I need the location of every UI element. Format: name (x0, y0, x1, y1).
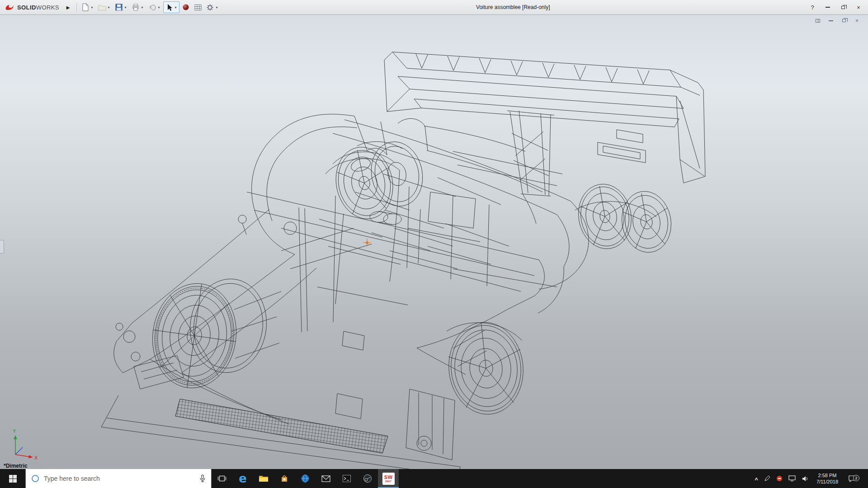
wireframe-car-model[interactable] (0, 15, 868, 469)
triad-x-label: X (34, 455, 38, 460)
dropdown-caret[interactable]: ▾ (123, 5, 128, 9)
close-button[interactable]: × (855, 4, 862, 10)
edge-icon: e (239, 473, 247, 484)
doc-minimize-icon (829, 20, 833, 21)
design-table-button[interactable] (192, 1, 204, 13)
system-tray: ^ 2:58 PM 7/11/2018 (755, 469, 868, 488)
save-button[interactable]: ▾ (113, 1, 129, 13)
notification-badge: 2 (853, 475, 859, 481)
restore-button[interactable] (840, 4, 846, 10)
doc-close-button[interactable]: × (854, 18, 860, 23)
solidworks-taskbar-button[interactable]: SW 2017 (378, 469, 399, 488)
toolbar-divider (76, 3, 77, 12)
windows-logo-icon (9, 475, 17, 483)
appearances-button[interactable] (180, 1, 192, 13)
solidworks-logo[interactable]: SOLIDWORKS (0, 4, 63, 11)
task-view-icon (217, 475, 226, 482)
sw-label: SW (384, 475, 393, 480)
options-button[interactable]: ▾ (204, 1, 221, 13)
titlebar: SOLIDWORKS ▶ ▾ ▾ ▾ (0, 0, 868, 15)
options-gear-icon (206, 3, 215, 12)
select-arrow-icon (165, 3, 174, 12)
windows-taskbar: e (0, 469, 868, 488)
circle-app-button[interactable] (357, 469, 378, 488)
sw-year: 2017 (385, 480, 391, 483)
triad-y-label: Y (13, 428, 16, 434)
dropdown-caret[interactable]: ▾ (174, 5, 178, 9)
store-button[interactable] (274, 469, 295, 488)
split-pane-icon (816, 19, 820, 23)
split-pane-button[interactable] (815, 18, 821, 23)
help-button[interactable]: ? (809, 4, 816, 10)
orientation-triad[interactable]: Y X (9, 427, 42, 462)
window-controls: ? × (806, 4, 868, 10)
solidworks-logo-icon (5, 4, 15, 11)
minimize-button[interactable] (825, 4, 831, 10)
pen-icon[interactable] (764, 475, 770, 482)
brand-bold: SOLID (17, 4, 36, 11)
doc-minimize-button[interactable] (828, 18, 834, 23)
doc-restore-button[interactable] (841, 18, 847, 23)
select-button[interactable]: ▾ (163, 1, 179, 13)
print-icon (131, 3, 140, 12)
browser-globe-button[interactable] (295, 469, 316, 488)
undo-icon (148, 3, 157, 12)
display-icon[interactable] (788, 475, 796, 482)
clock-date: 7/11/2018 (816, 479, 838, 485)
quick-toolbar: ▾ ▾ ▾ ▾ ▾ (80, 1, 221, 13)
panel-collapse-tab[interactable] (0, 240, 4, 253)
circle-app-icon (363, 474, 372, 483)
solidworks-app-icon: SW 2017 (382, 473, 395, 485)
save-floppy-icon (114, 3, 123, 12)
brand-name: SOLIDWORKS (17, 4, 59, 11)
search-input[interactable] (44, 475, 195, 482)
start-button[interactable] (0, 469, 25, 488)
cortana-icon (31, 474, 39, 483)
terminal-icon (343, 475, 351, 482)
origin-marker (363, 239, 371, 247)
restore-icon (841, 6, 845, 9)
dropdown-caret[interactable]: ▾ (90, 5, 94, 9)
design-table-icon (193, 3, 203, 12)
window-title: Voiture assomblee [Read-only] (221, 4, 806, 10)
view-orientation-label: *Dimetric (4, 463, 28, 469)
new-document-button[interactable]: ▾ (80, 1, 96, 13)
brand-light: WORKS (36, 4, 59, 11)
globe-icon (301, 474, 310, 483)
doc-restore-icon (842, 19, 846, 22)
dropdown-caret[interactable]: ▾ (107, 5, 111, 9)
dropdown-caret[interactable]: ▾ (215, 5, 219, 9)
appearance-sphere-icon (181, 3, 190, 12)
file-explorer-button[interactable] (253, 469, 274, 488)
dropdown-caret[interactable]: ▾ (140, 5, 145, 9)
new-document-icon (81, 3, 90, 12)
undo-button[interactable]: ▾ (146, 1, 163, 13)
graphics-viewport[interactable]: × Y X *Dimetric (0, 15, 868, 469)
store-icon (280, 474, 288, 483)
microphone-icon[interactable] (199, 474, 206, 483)
open-folder-icon (98, 3, 107, 12)
minimize-icon (826, 7, 830, 8)
terminal-button[interactable] (336, 469, 357, 488)
file-explorer-icon (259, 475, 269, 483)
print-button[interactable]: ▾ (130, 1, 146, 13)
clock-time: 2:58 PM (818, 472, 836, 479)
task-view-button[interactable] (212, 469, 232, 488)
mail-button[interactable] (316, 469, 336, 488)
speaker-icon[interactable] (802, 476, 809, 482)
solidworks-window: SOLIDWORKS ▶ ▾ ▾ ▾ (0, 0, 868, 488)
action-center-button[interactable]: 2 (846, 475, 858, 482)
hidden-icons-button[interactable]: ^ (755, 476, 758, 483)
menu-expand-arrow[interactable]: ▶ (63, 5, 74, 10)
dropdown-caret[interactable]: ▾ (157, 5, 161, 9)
edge-browser-button[interactable]: e (232, 469, 253, 488)
taskbar-clock[interactable]: 2:58 PM 7/11/2018 (815, 472, 840, 485)
security-status-icon[interactable] (776, 475, 783, 482)
document-window-controls: × (815, 18, 860, 23)
mail-icon (321, 475, 330, 482)
taskbar-search[interactable] (25, 469, 212, 488)
open-button[interactable]: ▾ (96, 1, 113, 13)
